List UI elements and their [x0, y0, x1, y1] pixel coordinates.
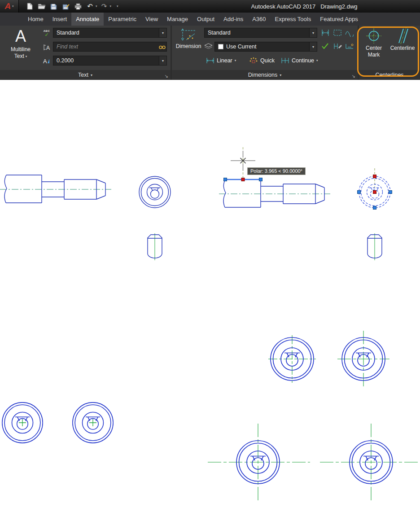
linear-dimension-button[interactable]: Linear ▾ [206, 56, 236, 66]
chevron-down-icon: ▾ [309, 42, 317, 51]
grip-quadrant[interactable] [389, 191, 392, 194]
open-file-button[interactable] [36, 1, 47, 12]
ribbon-tab[interactable]: Featured Apps [315, 13, 363, 26]
ribbon-tab[interactable]: View [141, 13, 162, 26]
window-title: Autodesk AutoCAD 2017 Drawing2.dwg [188, 3, 420, 10]
ribbon: A Multiline Text ▾ ABC ✓ A A [0, 26, 420, 80]
redo-dropdown-icon[interactable]: ▾ [110, 4, 112, 8]
dim-check-button[interactable] [320, 41, 331, 52]
screw-head-view-b [337, 331, 389, 387]
dimension-icon [179, 27, 197, 43]
annotative-icon: A [43, 57, 51, 65]
center-mark-icon [365, 27, 382, 45]
hot-grip-center[interactable] [373, 191, 376, 194]
hot-grip-midpoint[interactable] [241, 178, 245, 181]
panel-title: Centerlines [375, 72, 403, 78]
ribbon-tab[interactable]: Annotate [71, 13, 104, 26]
chevron-down-icon: ▾ [12, 4, 14, 8]
quick-access-toolbar: ↶ ▾ ↷ ▾ ▾ [19, 0, 118, 13]
dim-jogline-button[interactable] [344, 27, 355, 38]
screw-head-view-d [73, 403, 113, 443]
dimension-label: Dimension [176, 43, 201, 50]
ribbon-tab[interactable]: Manage [162, 13, 192, 26]
grip-quadrant[interactable] [373, 206, 376, 210]
binoculars-icon [159, 44, 166, 49]
save-button[interactable] [48, 1, 59, 12]
save-as-button[interactable] [61, 1, 71, 12]
dim-break-button[interactable] [320, 27, 331, 38]
grip-endpoint[interactable] [224, 178, 227, 181]
continue-label: Continue [292, 57, 314, 64]
dialog-launcher-icon[interactable]: ↘ [352, 74, 355, 79]
text-style-value: Standard [57, 30, 79, 36]
qat-customize-icon[interactable]: ▾ [117, 4, 118, 8]
app-menu-button[interactable]: A ▾ [0, 0, 19, 13]
pin-detail-view [148, 233, 162, 260]
center-mark-button[interactable]: Center Mark [361, 27, 387, 70]
annotative-scale-button[interactable]: A [41, 54, 52, 67]
dim-style-combo[interactable]: Standard ▾ [204, 28, 317, 38]
save-icon [50, 3, 57, 10]
new-file-button[interactable] [24, 1, 35, 12]
ribbon-tab[interactable]: Output [192, 13, 219, 26]
quick-dimension-button[interactable]: Quick [249, 56, 275, 66]
dimension-tool-icon [345, 42, 354, 50]
ribbon-tab[interactable]: Insert [48, 13, 72, 26]
redo-button[interactable]: ↷ [99, 1, 109, 12]
dim-reassociate-button[interactable] [344, 41, 355, 52]
centerline-button[interactable]: Centerline [387, 27, 418, 70]
continue-dim-icon [281, 57, 289, 64]
find-text-input[interactable] [53, 44, 158, 50]
undo-button[interactable]: ↶ [85, 1, 95, 12]
redo-icon: ↷ [101, 2, 107, 11]
continue-dimension-button[interactable]: Continue ▾ [281, 56, 318, 66]
pin-detail-view-2 [368, 233, 382, 260]
ribbon-tab[interactable]: Parametric [104, 13, 141, 26]
polar-tooltip: Polar: 3.965 < 90.0000° [247, 167, 306, 175]
selected-circle-view [358, 168, 392, 210]
justify-icon: A [43, 44, 51, 51]
open-folder-icon [38, 3, 46, 9]
centerlines-panel-footer: Centerlines [359, 70, 420, 80]
hot-grip-quadrant[interactable] [373, 175, 376, 178]
dim-update-button[interactable] [332, 41, 343, 52]
find-text-field[interactable] [53, 42, 167, 52]
undo-icon: ↶ [87, 2, 93, 11]
ribbon-tab[interactable]: A360 [248, 13, 270, 26]
chevron-down-icon: ▾ [280, 73, 281, 77]
text-style-combo[interactable]: Standard ▾ [53, 28, 167, 38]
chevron-down-icon: ▾ [316, 59, 318, 62]
dimension-tool-icon [332, 29, 342, 37]
dialog-launcher-icon[interactable]: ↘ [165, 74, 168, 79]
find-button[interactable] [158, 44, 166, 49]
dimension-tool-icon [320, 29, 330, 37]
chevron-down-icon: ▾ [26, 55, 27, 58]
text-panel-footer[interactable]: Text ▾ ↘ [0, 70, 171, 80]
panel-title: Dimensions [248, 72, 277, 78]
multiline-text-button[interactable]: A Multiline Text ▾ [3, 26, 39, 70]
grip-endpoint[interactable] [259, 178, 262, 181]
ribbon-tab[interactable]: Express Tools [271, 13, 316, 26]
ribbon-tab[interactable]: Add-ins [219, 13, 248, 26]
dimensions-panel-footer[interactable]: Dimensions ▾ ↘ [172, 70, 358, 80]
text-justify-button[interactable]: A [41, 41, 52, 53]
plot-button[interactable] [73, 1, 83, 12]
multiline-text-label-1: Multiline [11, 46, 31, 53]
autocad-window: A ▾ ↶ ▾ ↷ ▾ [0, 0, 420, 512]
dim-space-button[interactable] [332, 27, 343, 38]
autocad-logo-icon: A [4, 0, 11, 13]
undo-dropdown-icon[interactable]: ▾ [96, 4, 97, 8]
center-mark-label-1: Center [366, 45, 382, 52]
screw-head-view-f [320, 424, 420, 502]
text-height-combo[interactable]: 0.2000 ▾ [53, 56, 167, 66]
centerline-label: Centerline [390, 45, 415, 52]
quick-label: Quick [260, 57, 275, 64]
dimension-button[interactable]: Dimension [174, 27, 203, 70]
dim-layer-combo[interactable]: Use Current ▾ [214, 42, 317, 52]
drawing-canvas[interactable]: Polar: 3.965 < 90.0000° [0, 80, 420, 512]
grip-quadrant[interactable] [358, 191, 361, 194]
dimension-tool-icon [345, 29, 354, 37]
check-spelling-button[interactable]: ABC ✓ [41, 27, 52, 39]
chevron-down-icon: ▾ [235, 59, 236, 62]
ribbon-tab[interactable]: Home [23, 13, 48, 26]
